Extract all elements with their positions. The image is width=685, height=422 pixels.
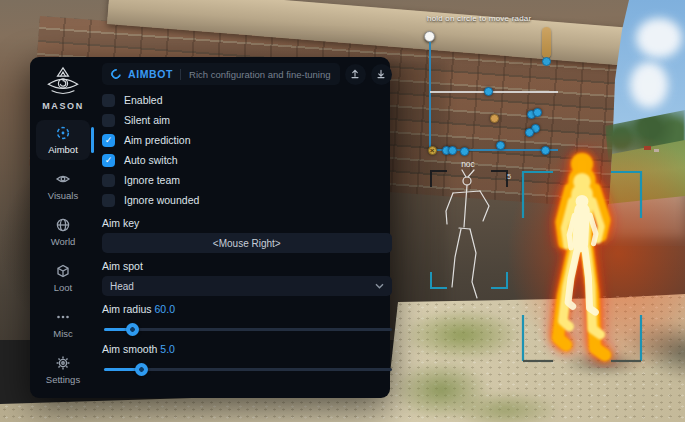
header-title-bar: AIMBOT Rich configuration and fine-tunin…: [102, 63, 340, 85]
toggle-silent-aim[interactable]: ✓ Silent aim: [102, 110, 392, 130]
toggle-label: Silent aim: [124, 114, 170, 126]
mason-logo-icon: [44, 66, 82, 99]
gear-icon: [55, 355, 71, 371]
sidebar-item-label: Visuals: [48, 190, 78, 201]
toggle-label: Auto switch: [124, 154, 178, 166]
slider-thumb[interactable]: [126, 323, 139, 336]
aim-key-button[interactable]: <Mouse Right>: [102, 233, 392, 253]
checkbox: ✓: [102, 174, 115, 187]
toggle-label: Aim prediction: [124, 134, 191, 146]
export-config-button[interactable]: [345, 64, 366, 85]
sidebar-item-settings[interactable]: Settings: [36, 350, 90, 390]
esp-skeleton: noc 5: [425, 158, 520, 308]
esp-target-name: noc: [461, 159, 475, 169]
slider-value: 5.0: [160, 343, 175, 355]
radar-left-line: [429, 42, 431, 151]
eye-icon: [55, 171, 71, 187]
sidebar-item-aimbot[interactable]: Aimbot: [36, 120, 90, 160]
sidebar-item-label: Loot: [54, 282, 73, 293]
slider-track[interactable]: [104, 328, 392, 331]
aim-key-label: Aim key: [102, 217, 392, 229]
checkbox: ✓: [102, 114, 115, 127]
crosshair-icon: [55, 125, 71, 141]
panel-content: AIMBOT Rich configuration and fine-tunin…: [96, 57, 405, 398]
ellipsis-icon: [55, 309, 71, 325]
cloud: [636, 18, 682, 58]
radar-drag-handle[interactable]: [424, 31, 435, 42]
toggle-label: Ignore team: [124, 174, 180, 186]
slider-label: Aim radius: [102, 303, 152, 315]
slider-label: Aim smooth: [102, 343, 157, 355]
marker-dot: [542, 57, 551, 66]
toggle-label: Enabled: [124, 94, 163, 106]
brand: MASON: [42, 66, 84, 111]
sidebar-nav: Aimbot Visuals World: [30, 120, 96, 390]
chevron-down-icon: [375, 283, 384, 289]
sidebar-item-world[interactable]: World: [36, 212, 90, 252]
aim-smooth-label: Aim smooth 5.0: [102, 343, 392, 355]
sidebar-item-label: World: [51, 236, 76, 247]
toggle-auto-switch[interactable]: ✓ Auto switch: [102, 150, 392, 170]
esp-player-box: [518, 167, 648, 367]
aim-smooth-slider[interactable]: [102, 362, 392, 376]
checkbox: ✓: [102, 194, 115, 207]
toggle-aim-prediction[interactable]: ✓ Aim prediction: [102, 130, 392, 150]
upload-icon: [349, 68, 361, 80]
page-subtitle: Rich configuration and fine-tuning: [180, 69, 331, 80]
sidebar: MASON Aimbot Visuals: [30, 57, 96, 398]
radar-dot-enemy: [448, 146, 457, 155]
aim-spot-select[interactable]: Head: [102, 276, 392, 296]
menu-panel: MASON Aimbot Visuals: [30, 57, 390, 398]
globe-icon: [55, 217, 71, 233]
panel-header: AIMBOT Rich configuration and fine-tunin…: [102, 63, 392, 85]
sidebar-item-loot[interactable]: Loot: [36, 258, 90, 298]
aim-spot-value: Head: [110, 281, 375, 292]
checkbox: ✓: [102, 94, 115, 107]
sidebar-item-misc[interactable]: Misc: [36, 304, 90, 344]
checkbox: ✓: [102, 134, 115, 147]
slider-value: 60.0: [155, 303, 175, 315]
sidebar-item-visuals[interactable]: Visuals: [36, 166, 90, 206]
import-config-button[interactable]: [371, 64, 392, 85]
esp-target-distance: 5: [507, 172, 511, 181]
marker-capsule: [542, 27, 551, 58]
aim-radius-slider[interactable]: [102, 322, 392, 336]
aim-spot-label: Aim spot: [102, 260, 392, 272]
page-title: AIMBOT: [128, 68, 173, 80]
toggle-enabled[interactable]: ✓ Enabled: [102, 90, 392, 110]
loot-box-icon: [55, 263, 71, 279]
radar-dot-dead: ×: [428, 146, 437, 155]
toggle-label: Ignore wounded: [124, 194, 199, 206]
brand-name: MASON: [42, 101, 84, 111]
game-screenshot: hold on circle to move radar ×: [0, 0, 685, 422]
toggle-ignore-wounded[interactable]: ✓ Ignore wounded: [102, 190, 392, 210]
slider-thumb[interactable]: [135, 363, 148, 376]
radar-tooltip: hold on circle to move radar: [427, 14, 587, 23]
sidebar-item-label: Settings: [46, 374, 80, 385]
checkbox: ✓: [102, 154, 115, 167]
toggle-ignore-team[interactable]: ✓ Ignore team: [102, 170, 392, 190]
sidebar-item-label: Misc: [53, 328, 73, 339]
spinner-icon: [109, 67, 123, 81]
download-icon: [375, 68, 387, 80]
aim-radius-label: Aim radius 60.0: [102, 303, 392, 315]
sidebar-item-label: Aimbot: [48, 144, 78, 155]
